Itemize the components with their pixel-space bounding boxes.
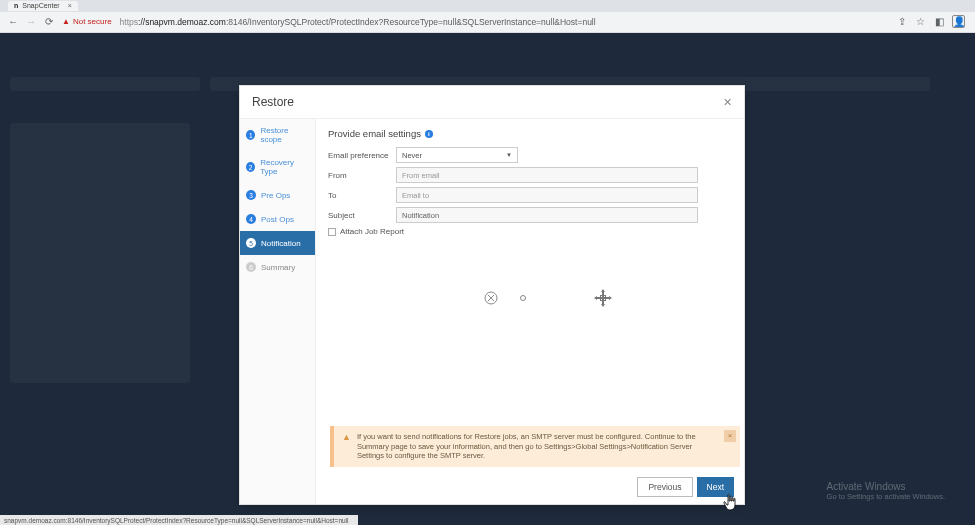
label-from: From (328, 171, 396, 180)
modal-body: 1 Restore scope 2 Recovery Type 3 Pre Op… (240, 119, 744, 504)
previous-button[interactable]: Previous (637, 477, 692, 497)
windows-watermark: Activate Windows Go to Settings to activ… (827, 481, 945, 501)
browser-status-bar: snapvm.demoaz.com:8146/InventorySQLProte… (0, 515, 358, 525)
browser-tab[interactable]: n SnapCenter × (8, 1, 78, 11)
form-area: Provide email settings i Email preferenc… (316, 119, 744, 424)
input-from[interactable]: From email (396, 167, 698, 183)
share-icon[interactable]: ⇪ (895, 15, 908, 28)
url-field[interactable]: https://snapvm.demoaz.com:8146/Inventory… (116, 17, 891, 27)
row-to: To Email to (328, 187, 732, 203)
info-icon[interactable]: i (425, 130, 433, 138)
label-to: To (328, 191, 396, 200)
not-secure-label: Not secure (73, 17, 112, 26)
chevron-down-icon: ▼ (506, 152, 512, 158)
recording-overlay-icons (484, 289, 612, 307)
page-background: Restore ✕ 1 Restore scope 2 Recovery Typ… (0, 33, 975, 525)
svg-rect-2 (597, 297, 609, 299)
wizard-step-post-ops[interactable]: 4 Post Ops (240, 207, 315, 231)
circle-icon (520, 295, 526, 301)
label-subject: Subject (328, 211, 396, 220)
wizard-step-restore-scope[interactable]: 1 Restore scope (240, 119, 315, 151)
checkbox-attach-report[interactable] (328, 228, 336, 236)
restore-modal: Restore ✕ 1 Restore scope 2 Recovery Typ… (239, 85, 745, 505)
alert-close-button[interactable]: × (724, 430, 736, 442)
wizard-step-pre-ops[interactable]: 3 Pre Ops (240, 183, 315, 207)
address-bar: ← → ⟳ ▲ Not secure https://snapvm.demoaz… (0, 12, 975, 32)
label-attach-report: Attach Job Report (340, 227, 404, 236)
browser-right-icons: ⇪ ☆ ◧ 👤 (895, 15, 969, 28)
wizard-content: Provide email settings i Email preferenc… (316, 119, 744, 504)
warning-icon: ▲ (62, 17, 70, 26)
section-title: Provide email settings i (328, 128, 732, 139)
input-subject[interactable]: Notification (396, 207, 698, 223)
browser-chrome: n SnapCenter × ← → ⟳ ▲ Not secure https:… (0, 0, 975, 33)
wizard-step-recovery-type[interactable]: 2 Recovery Type (240, 151, 315, 183)
select-email-preference[interactable]: Never ▼ (396, 147, 518, 163)
extensions-icon[interactable]: ◧ (933, 15, 946, 28)
bookmark-icon[interactable]: ☆ (914, 15, 927, 28)
wizard-nav: 1 Restore scope 2 Recovery Type 3 Pre Op… (240, 119, 316, 504)
alert-text: If you want to send notifications for Re… (357, 432, 714, 461)
modal-close-icon[interactable]: ✕ (723, 96, 732, 109)
row-email-preference: Email preference Never ▼ (328, 147, 732, 163)
row-from: From From email (328, 167, 732, 183)
modal-footer: Previous Next (316, 473, 744, 504)
not-secure-badge[interactable]: ▲ Not secure (62, 17, 112, 26)
tab-bar: n SnapCenter × (0, 0, 975, 12)
move-icon (594, 289, 612, 307)
wizard-step-notification[interactable]: 5 Notification (240, 231, 315, 255)
tab-title: SnapCenter (22, 2, 59, 9)
forward-button[interactable]: → (24, 15, 38, 29)
row-attach-report[interactable]: Attach Job Report (328, 227, 732, 236)
wizard-step-summary[interactable]: 6 Summary (240, 255, 315, 279)
modal-title: Restore (252, 95, 294, 109)
row-subject: Subject Notification (328, 207, 732, 223)
tab-favicon: n (14, 2, 18, 9)
modal-header: Restore ✕ (240, 86, 744, 119)
reload-button[interactable]: ⟳ (42, 15, 56, 29)
tab-close-icon[interactable]: × (68, 2, 72, 9)
label-email-preference: Email preference (328, 151, 396, 160)
circle-x-icon (484, 291, 498, 305)
input-to[interactable]: Email to (396, 187, 698, 203)
back-button[interactable]: ← (6, 15, 20, 29)
profile-icon[interactable]: 👤 (952, 15, 965, 28)
smtp-alert: ▲ If you want to send notifications for … (330, 426, 740, 467)
warning-icon: ▲ (342, 432, 351, 461)
next-button[interactable]: Next (697, 477, 734, 497)
